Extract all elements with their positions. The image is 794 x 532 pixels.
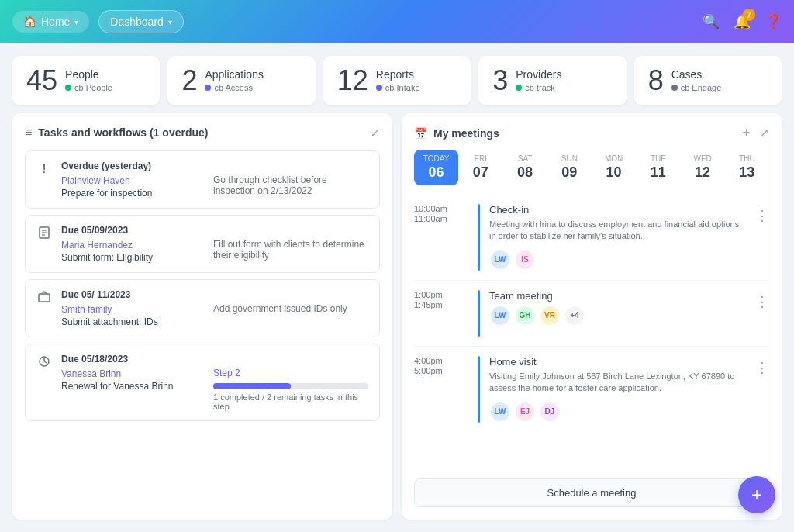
avatar-ej: EJ — [514, 401, 536, 423]
help-button[interactable]: ❓ — [765, 13, 782, 30]
task-workflow-desc: Renewal for Vanessa Brinn — [61, 381, 204, 392]
stat-reports[interactable]: 12 Reports cb Intake — [323, 56, 471, 105]
stat-reports-number: 12 — [337, 67, 368, 95]
task-ids-body: Due 05/ 11/2023 Smith family Submit atta… — [61, 289, 204, 327]
task-eligibility-client[interactable]: Maria Hernandez — [61, 240, 133, 250]
meetings-title-text: My meetings — [433, 127, 499, 140]
meeting-homevisit-time: 4:00pm 5:00pm — [414, 356, 468, 375]
stat-people-label: People — [65, 68, 112, 81]
meeting-team-time: 1:00pm 1:45pm — [414, 290, 468, 309]
task-workflow-body: Due 05/18/2023 Vanessa Brinn Renewal for… — [61, 354, 204, 392]
home-icon: 🏠 — [23, 16, 36, 28]
calendar-day-tue[interactable]: TUE 11 — [636, 150, 680, 185]
stat-applications[interactable]: 2 Applications cb Access — [167, 56, 315, 105]
calendar-day-thu[interactable]: THU 13 — [725, 150, 769, 185]
tasks-panel-title: ≡ Tasks and workflows (1 overdue) — [25, 126, 208, 140]
notifications-button[interactable]: 🔔 7 — [734, 13, 751, 30]
stat-people-number: 45 — [26, 67, 57, 95]
task-overdue-body: Overdue (yesterday) Plainview Haven Prep… — [61, 161, 204, 199]
meetings-panel: 📅 My meetings + ⤢ TODAY 06 FRI 07 SAT 08 — [402, 113, 782, 520]
task-overdue-desc: Prepare for inspection — [61, 188, 204, 199]
stat-providers-sub: cb track — [516, 83, 561, 92]
task-workflow-note: Step 2 1 completed / 2 remaining tasks i… — [213, 354, 368, 411]
home-chevron-icon: ▾ — [74, 18, 78, 26]
home-label: Home — [41, 16, 70, 28]
meeting-team-type: Team meeting — [489, 290, 746, 302]
stat-reports-dot — [376, 85, 382, 91]
calendar-header: TODAY 06 FRI 07 SAT 08 SUN 09 MON 10 TUE… — [414, 150, 769, 185]
stats-row: 45 People cb People 2 Applications cb Ac… — [0, 43, 794, 113]
stat-providers-number: 3 — [492, 67, 508, 95]
avatar-dj: DJ — [539, 401, 561, 423]
task-ids-client[interactable]: Smith family — [61, 304, 112, 315]
tasks-icon: ≡ — [25, 126, 32, 140]
avatar-lw-2: LW — [489, 305, 511, 326]
stat-cases-sub: cb Engage — [671, 83, 722, 92]
task-eligibility: Due 05/09/2023 Maria Hernandez Submit fo… — [25, 215, 380, 273]
calendar-day-sun[interactable]: SUN 09 — [547, 150, 592, 185]
stat-cases-dot — [671, 85, 678, 91]
add-meeting-button[interactable]: + — [743, 126, 750, 140]
stat-cases[interactable]: 8 Cases cb Engage — [634, 56, 782, 105]
task-progress-bar-fill — [213, 383, 291, 389]
meeting-team-bar — [478, 290, 480, 337]
meetings-list: 10:00am 11:00am Check-in Meeting with Ir… — [414, 195, 769, 469]
task-ids-note: Add government issued IDs only — [213, 289, 368, 314]
stat-applications-label: Applications — [205, 68, 264, 81]
avatar-gh: GH — [514, 305, 536, 326]
meeting-team-info: Team meeting LW GH VR +4 — [489, 290, 746, 326]
task-eligibility-note: Fill out form with clients to determine … — [213, 225, 368, 261]
schedule-meeting-button[interactable]: Schedule a meeting — [414, 478, 769, 507]
expand-meetings-button[interactable]: ⤢ — [759, 126, 769, 140]
task-workflow-client[interactable]: Vanessa Brinn — [61, 368, 121, 379]
avatar-extra: +4 — [564, 305, 585, 326]
task-ids-icon — [36, 291, 52, 306]
avatar-vr: VR — [539, 305, 561, 326]
calendar-day-mon[interactable]: MON 10 — [592, 150, 636, 185]
task-ids: Due 05/ 11/2023 Smith family Submit atta… — [25, 279, 380, 337]
task-eligibility-icon — [36, 226, 52, 242]
stat-providers[interactable]: 3 Providers cb track — [478, 56, 626, 105]
meeting-checkin: 10:00am 11:00am Check-in Meeting with Ir… — [414, 195, 769, 281]
calendar-day-wed[interactable]: WED 12 — [681, 150, 725, 185]
task-eligibility-desc: Submit form: Eligibility — [61, 252, 204, 263]
stat-people[interactable]: 45 People cb People — [12, 56, 160, 105]
task-ids-due: Due 05/ 11/2023 — [61, 289, 204, 300]
calendar-day-sat[interactable]: SAT 08 — [503, 150, 547, 185]
stat-cases-label: Cases — [671, 68, 722, 81]
calendar-icon: 📅 — [414, 127, 427, 140]
task-overdue-icon: ! — [36, 162, 52, 176]
stat-applications-sub: cb Access — [205, 83, 264, 92]
tasks-expand-icon[interactable]: ⤢ — [371, 126, 380, 139]
meeting-homevisit-info: Home visit Visiting Emily Johnson at 567… — [489, 356, 746, 423]
calendar-day-today[interactable]: TODAY 06 — [414, 150, 458, 185]
stat-people-dot — [65, 85, 71, 91]
home-button[interactable]: 🏠 Home ▾ — [12, 11, 89, 33]
task-eligibility-body: Due 05/09/2023 Maria Hernandez Submit fo… — [61, 225, 204, 263]
task-step-link[interactable]: Step 2 — [213, 368, 368, 378]
search-button[interactable]: 🔍 — [703, 13, 720, 30]
meeting-homevisit-more[interactable]: ⋮ — [755, 356, 769, 376]
main-content: ≡ Tasks and workflows (1 overdue) ⤢ ! Ov… — [0, 113, 794, 532]
header: 🏠 Home ▾ Dashboard ▾ 🔍 🔔 7 ❓ — [0, 0, 794, 43]
stat-people-sub: cb People — [65, 83, 112, 92]
stat-applications-number: 2 — [181, 67, 197, 95]
task-workflow-icon — [36, 355, 52, 371]
calendar-day-fri[interactable]: FRI 07 — [458, 150, 502, 185]
task-overdue: ! Overdue (yesterday) Plainview Haven Pr… — [25, 150, 380, 209]
notification-badge: 7 — [743, 9, 755, 21]
meeting-team-more[interactable]: ⋮ — [755, 290, 769, 310]
task-eligibility-due: Due 05/09/2023 — [61, 225, 204, 236]
header-icons: 🔍 🔔 7 ❓ — [703, 13, 782, 30]
dashboard-button[interactable]: Dashboard ▾ — [98, 10, 184, 33]
stat-applications-dot — [205, 85, 211, 91]
task-overdue-client[interactable]: Plainview Haven — [61, 175, 130, 186]
meeting-homevisit: 4:00pm 5:00pm Home visit Visiting Emily … — [414, 347, 769, 432]
task-ids-desc: Submit attachment: IDs — [61, 316, 204, 327]
task-workflow: Due 05/18/2023 Vanessa Brinn Renewal for… — [25, 344, 380, 421]
meeting-checkin-more[interactable]: ⋮ — [755, 204, 769, 224]
tasks-title-text: Tasks and workflows (1 overdue) — [38, 126, 208, 139]
task-workflow-due: Due 05/18/2023 — [61, 354, 204, 364]
task-progress-text: 1 completed / 2 remaining tasks in this … — [213, 392, 368, 411]
fab-button[interactable]: + — [738, 476, 775, 513]
